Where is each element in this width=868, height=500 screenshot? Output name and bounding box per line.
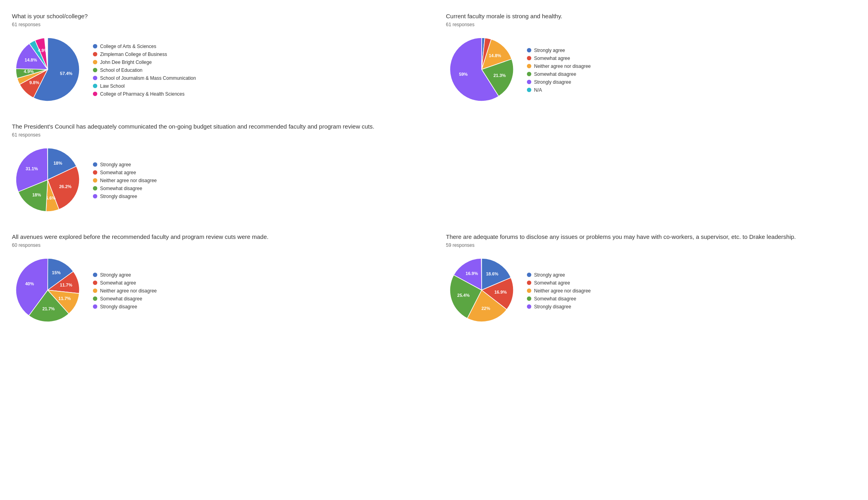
legend-item: Strongly disagree bbox=[527, 79, 591, 85]
legend-item: Neither agree nor disagree bbox=[527, 63, 591, 69]
chart-area: 18.6%16.9%22%25.4%16.9%Strongly agreeSom… bbox=[446, 254, 856, 327]
pie-container: 14.8%21.3%59% bbox=[446, 34, 517, 106]
legend-dot bbox=[527, 80, 531, 84]
legend-label: Strongly disagree bbox=[100, 304, 137, 310]
svg-text:59%: 59% bbox=[459, 72, 468, 77]
response-count: 61 responses bbox=[12, 22, 422, 27]
svg-text:40%: 40% bbox=[25, 281, 34, 286]
legend-item: Somewhat agree bbox=[527, 280, 591, 286]
chart-area: 15%11.7%11.7%21.7%40%Strongly agreeSomew… bbox=[12, 254, 422, 327]
legend-label: N/A bbox=[534, 87, 542, 93]
legend-dot bbox=[527, 72, 531, 76]
legend-item: Somewhat disagree bbox=[93, 186, 157, 191]
legend-label: Neither agree nor disagree bbox=[100, 178, 157, 183]
legend-label: Strongly disagree bbox=[100, 194, 137, 199]
section-school-college: What is your school/college?61 responses… bbox=[12, 12, 422, 106]
section-adequate-forums: There are adequate forums to disclose an… bbox=[446, 122, 856, 327]
legend-dot bbox=[527, 56, 531, 60]
svg-text:15%: 15% bbox=[52, 270, 61, 275]
svg-text:16.9%: 16.9% bbox=[466, 271, 478, 276]
legend-label: Strongly agree bbox=[534, 272, 565, 278]
chart-area: 18%26.2%6.6%18%31.1%Strongly agreeSomewh… bbox=[12, 144, 422, 217]
legend-item: Strongly agree bbox=[527, 48, 591, 53]
legend-item: Somewhat disagree bbox=[527, 296, 591, 302]
legend-dot bbox=[93, 84, 97, 88]
legend: College of Arts & SciencesZimpleman Coll… bbox=[93, 44, 196, 97]
legend-label: Neither agree nor disagree bbox=[534, 288, 591, 294]
legend: Strongly agreeSomewhat agreeNeither agre… bbox=[527, 48, 591, 93]
legend-label: Neither agree nor disagree bbox=[100, 288, 157, 294]
svg-text:4.9%: 4.9% bbox=[38, 48, 48, 53]
svg-text:4.9%: 4.9% bbox=[24, 69, 34, 74]
legend-label: John Dee Bright College bbox=[100, 60, 152, 65]
legend-item: Zimpleman College of Business bbox=[93, 52, 196, 57]
legend-item: Somewhat agree bbox=[93, 280, 157, 286]
section-presidents-council: The President's Council has adequately c… bbox=[12, 122, 422, 217]
legend-dot bbox=[93, 304, 97, 309]
legend-label: Strongly agree bbox=[100, 162, 131, 167]
legend-dot bbox=[527, 48, 531, 52]
section-avenues-explored: All avenues were explored before the rec… bbox=[12, 233, 422, 327]
svg-text:6.6%: 6.6% bbox=[46, 196, 56, 200]
legend-dot bbox=[93, 44, 97, 48]
svg-text:57.4%: 57.4% bbox=[60, 71, 72, 76]
legend-item: Somewhat agree bbox=[93, 170, 157, 175]
legend-label: Strongly agree bbox=[100, 272, 131, 278]
svg-text:21.7%: 21.7% bbox=[42, 306, 55, 311]
legend: Strongly agreeSomewhat agreeNeither agre… bbox=[93, 162, 157, 199]
legend-label: Somewhat agree bbox=[534, 56, 570, 61]
section-faculty-morale: Current faculty morale is strong and hea… bbox=[446, 12, 856, 106]
svg-text:11.7%: 11.7% bbox=[60, 283, 72, 287]
svg-text:31.1%: 31.1% bbox=[25, 166, 38, 171]
question-title: The President's Council has adequately c… bbox=[12, 122, 422, 131]
legend-item: Strongly agree bbox=[93, 272, 157, 278]
legend-dot bbox=[93, 296, 97, 301]
legend-dot bbox=[527, 296, 531, 301]
svg-text:14.8%: 14.8% bbox=[25, 58, 37, 62]
legend-dot bbox=[93, 76, 97, 80]
svg-text:22%: 22% bbox=[481, 306, 490, 311]
legend-dot bbox=[93, 186, 97, 190]
pie-container: 15%11.7%11.7%21.7%40% bbox=[12, 254, 83, 327]
pie-chart-faculty-morale: 14.8%21.3%59% bbox=[446, 34, 517, 105]
legend-item: Strongly disagree bbox=[93, 304, 157, 310]
legend-item: Strongly disagree bbox=[93, 194, 157, 199]
response-count: 61 responses bbox=[446, 22, 856, 27]
question-title: All avenues were explored before the rec… bbox=[12, 233, 422, 241]
legend-item: Strongly disagree bbox=[527, 304, 591, 310]
legend-item: Somewhat disagree bbox=[93, 296, 157, 302]
svg-text:25.4%: 25.4% bbox=[457, 293, 470, 298]
question-title: There are adequate forums to disclose an… bbox=[446, 233, 856, 241]
legend-label: Somewhat agree bbox=[100, 170, 136, 175]
pie-chart-school-college: 57.4%9.8%4.9%14.8%4.9% bbox=[12, 34, 83, 105]
legend-label: Zimpleman College of Business bbox=[100, 52, 167, 57]
legend-item: N/A bbox=[527, 87, 591, 93]
legend-item: John Dee Bright College bbox=[93, 60, 196, 65]
legend-label: Law School bbox=[100, 83, 125, 89]
legend-label: Strongly disagree bbox=[534, 304, 571, 310]
legend-dot bbox=[93, 281, 97, 285]
legend-item: School of Education bbox=[93, 67, 196, 73]
legend-item: Strongly agree bbox=[93, 162, 157, 167]
legend-dot bbox=[527, 304, 531, 309]
legend-dot bbox=[527, 281, 531, 285]
svg-text:11.7%: 11.7% bbox=[58, 296, 71, 301]
pie-container: 18%26.2%6.6%18%31.1% bbox=[12, 144, 83, 217]
response-count: 61 responses bbox=[12, 132, 422, 138]
legend-dot bbox=[93, 194, 97, 198]
svg-text:16.9%: 16.9% bbox=[494, 290, 507, 294]
legend-dot bbox=[93, 60, 97, 64]
legend-label: Somewhat agree bbox=[534, 280, 570, 286]
legend-item: College of Pharmacy & Health Sciences bbox=[93, 91, 196, 97]
legend-item: School of Journalism & Mass Communicatio… bbox=[93, 75, 196, 81]
legend-label: School of Education bbox=[100, 67, 143, 73]
legend-dot bbox=[93, 52, 97, 56]
legend-dot bbox=[527, 64, 531, 68]
legend-item: Neither agree nor disagree bbox=[93, 178, 157, 183]
legend-label: College of Pharmacy & Health Sciences bbox=[100, 91, 185, 97]
legend-label: Strongly disagree bbox=[534, 79, 571, 85]
legend-item: Law School bbox=[93, 83, 196, 89]
legend-label: Somewhat disagree bbox=[534, 71, 576, 77]
legend-label: School of Journalism & Mass Communicatio… bbox=[100, 75, 196, 81]
legend-dot bbox=[93, 273, 97, 277]
